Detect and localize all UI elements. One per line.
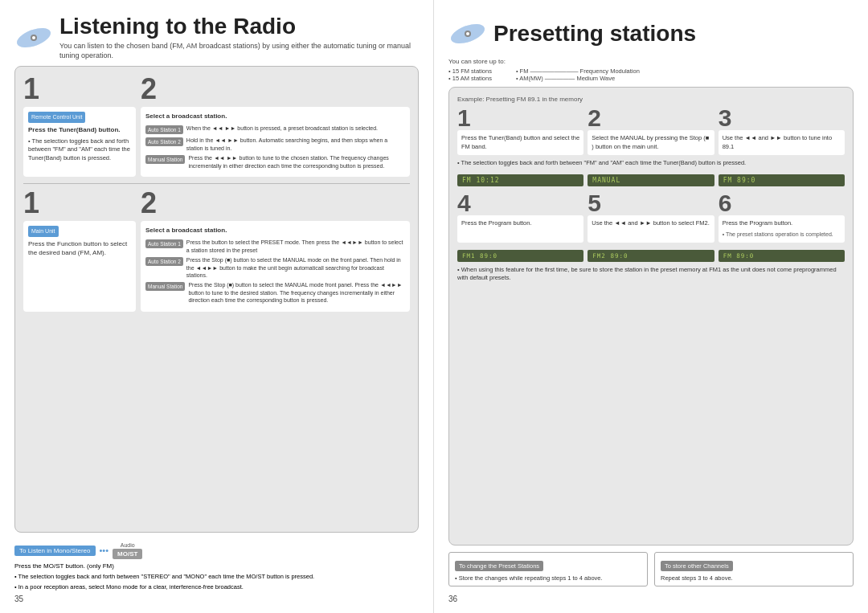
left-page-number: 35 (14, 595, 419, 603)
right-content-box: Example: Presetting FM 89.1 in the memor… (448, 87, 854, 546)
displays-row2: FM1 89:0 FM2 89:0 FM 89:0 (457, 247, 845, 262)
am-stations: • 15 AM stations (448, 75, 492, 82)
manual-station-label: Manual Station (145, 155, 185, 164)
display2-text: MANUAL (592, 177, 620, 184)
step2-content: Select a broadcast station. Auto Station… (141, 107, 410, 177)
s2-step1-text: Press the Function button to select the … (28, 239, 131, 257)
svg-point-3 (32, 36, 35, 39)
r-step3-num: 3 (719, 106, 845, 130)
main-unit-label: Main Unit (28, 226, 59, 237)
fm-am-col: • 15 FM stations • 15 AM stations (448, 67, 492, 82)
section1-row: 1 Remote Control Unit Press the Tuner(Ba… (23, 75, 410, 177)
remote-label: Remote Control Unit (28, 112, 85, 123)
s2-step2-text: Select a broadcast station. (145, 226, 405, 235)
auto-station-1-row: Auto Station 1 When the ◄◄ ►► button is … (145, 125, 405, 134)
section2-step2: 2 Select a broadcast station. Auto Stati… (141, 189, 410, 312)
r-step2-box: Select the MANUAL by pressing the Stop (… (588, 130, 714, 155)
example-label: Example: Presetting FM 89.1 in the memor… (457, 96, 845, 103)
s2-manual-text: Press the Stop (■) button to select the … (188, 281, 405, 304)
manual-station-row: Manual Station Press the ◄◄ ►► button to… (145, 154, 405, 170)
bullet1-text: • The selection toggles back and forth b… (14, 572, 419, 581)
display3-text: FM 89:0 (723, 177, 756, 184)
r-step3: 3 Use the ◄◄ and ►► button to tune into … (719, 106, 845, 155)
display2: MANUAL (588, 174, 714, 186)
r-step3-box: Use the ◄◄ and ►► button to tune into 89… (719, 130, 845, 155)
step1-text: Press the Tuner(Band) button. (28, 125, 131, 134)
channel-store-box: To store other Channels Repeat steps 3 t… (654, 552, 854, 586)
right-disc-icon (448, 14, 487, 53)
r-step2: 2 Select the MANUAL by pressing the Stop… (588, 106, 714, 155)
preset-box-text: • Store the changes while repeating step… (455, 574, 641, 582)
r-step5-box: Use the ◄◄ and ►► button to select FM2. (588, 215, 714, 243)
section2-row: 1 Main Unit Press the Function button to… (23, 189, 410, 312)
bottom-boxes: To change the Preset Stations • Store th… (448, 552, 854, 586)
display1: FM 10:12 (457, 174, 583, 186)
section2-step1: 1 Main Unit Press the Function button to… (23, 189, 136, 312)
left-main-title: Listening to the Radio (59, 14, 419, 39)
dots-icon: ••• (100, 546, 109, 555)
display5: FM2 89:0 (588, 250, 714, 262)
right-main-title: Presetting stations (493, 22, 696, 47)
r-step4-num: 4 (457, 191, 583, 215)
r-step1: 1 Press the Tuner(Band) button and selec… (457, 106, 583, 155)
left-content-box: 1 Remote Control Unit Press the Tuner(Ba… (14, 66, 419, 533)
s2-auto1-row: Auto Station 1 Press the button to selec… (145, 239, 405, 254)
step2-text: Select a broadcast station. (145, 112, 405, 121)
mono-stereo-label: To Listen in Mono/Stereo (14, 546, 96, 556)
r-step4: 4 Press the Program button. (457, 191, 583, 243)
am-info: • AM(MW) ————— Medium Wave (516, 75, 640, 82)
section-divider (23, 183, 410, 184)
preset-change-box: To change the Preset Stations • Store th… (448, 552, 648, 586)
right-page: Presetting stations You can store up to:… (434, 0, 868, 613)
s2-auto1-label: Auto Station 1 (145, 239, 183, 248)
step6-text: Press the Program button. (723, 219, 841, 228)
s2-step1-content: Main Unit Press the Function button to s… (23, 221, 136, 312)
left-page: Listening to the Radio You can listen to… (0, 0, 434, 613)
steps-row1: 1 Press the Tuner(Band) button and selec… (457, 106, 845, 155)
bottom-area: To Listen in Mono/Stereo ••• Audio MO/ST… (14, 542, 419, 592)
steps-row2: 4 Press the Program button. 5 Use the ◄◄… (457, 191, 845, 243)
left-title-area: Listening to the Radio You can listen to… (14, 14, 419, 61)
right-title-area: Presetting stations (448, 14, 854, 53)
preset-complete-note: • The preset stations operation is compl… (723, 231, 841, 239)
section1-step1: 1 Remote Control Unit Press the Tuner(Ba… (23, 75, 136, 177)
r-step5-num: 5 (588, 191, 714, 215)
display3: FM 89:0 (719, 174, 845, 186)
auto-station-1-text: When the ◄◄ ►► button is pressed, a pres… (186, 125, 378, 132)
auto-station-2-row: Auto Station 2 Hold in the ◄◄ ►► button.… (145, 137, 405, 152)
channel-box-text: Repeat steps 3 to 4 above. (661, 574, 847, 582)
s2-auto2-row: Auto Station 2 Press the Stop (■) button… (145, 256, 405, 279)
s2-auto2-text: Press the Stop (■) button to select the … (186, 256, 405, 279)
step2-number: 2 (141, 75, 410, 104)
fm-stations: • 15 FM stations (448, 67, 492, 75)
right-page-number: 36 (448, 595, 854, 603)
step1-note: • The selection toggles back and forth b… (28, 137, 131, 163)
r-step6-num: 6 (719, 191, 845, 215)
s2-step2-number: 2 (141, 189, 410, 218)
bullet2-text: • In a poor reception areas, select Mono… (14, 582, 419, 591)
audio-label: Audio (121, 542, 135, 548)
store-up-to: You can store up to: (448, 58, 854, 65)
display5-text: FM2 89:0 (592, 252, 628, 260)
s2-auto2-label: Auto Station 2 (145, 257, 183, 266)
manual-station-text: Press the ◄◄ ►► button to tune to the ch… (188, 154, 405, 170)
s2-step2-content: Select a broadcast station. Auto Station… (141, 221, 410, 312)
r-step4-box: Press the Program button. (457, 215, 583, 243)
auto-station-1-label: Auto Station 1 (145, 125, 183, 134)
display6: FM 89:0 (719, 250, 845, 262)
svg-point-7 (466, 32, 469, 35)
most-button[interactable]: MO/ST (113, 549, 142, 559)
freq-col: • FM ———————— Frequency Modulation • AM(… (516, 67, 640, 82)
s2-manual-label: Manual Station (145, 282, 185, 291)
r-step1-box: Press the Tuner(Band) button and select … (457, 130, 583, 155)
step1-content: Remote Control Unit Press the Tuner(Band… (23, 107, 136, 177)
s2-manual-row: Manual Station Press the Stop (■) button… (145, 281, 405, 304)
r-step2-num: 2 (588, 106, 714, 130)
r-step6: 6 Press the Program button. • The preset… (719, 191, 845, 243)
channel-box-title: To store other Channels (661, 561, 733, 571)
auto-station-2-text: Hold in the ◄◄ ►► button. Automatic sear… (186, 137, 405, 152)
section1-step2: 2 Select a broadcast station. Auto Stati… (141, 75, 410, 177)
s2-step1-number: 1 (23, 189, 136, 218)
left-subtitle: You can listen to the chosen band (FM, A… (59, 41, 419, 61)
r-step1-num: 1 (457, 106, 583, 130)
